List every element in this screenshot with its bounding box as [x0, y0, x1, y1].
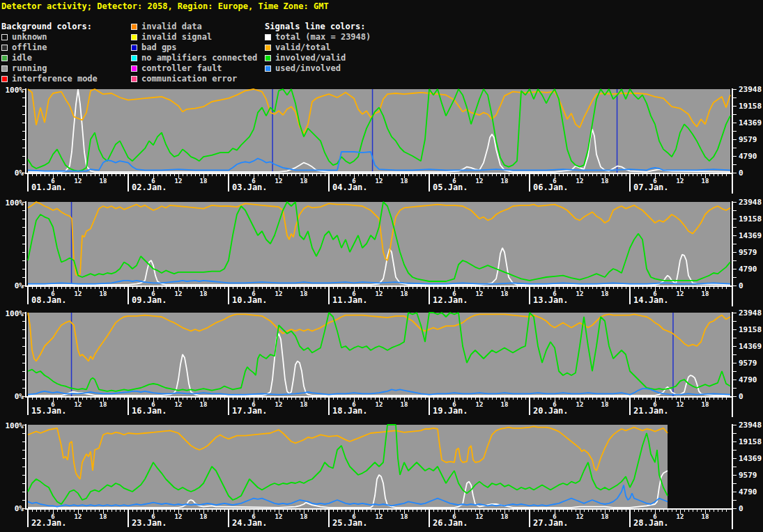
day-label: 21.Jan.: [633, 406, 669, 416]
day-tick: [629, 398, 631, 415]
svg-text:12: 12: [75, 178, 82, 185]
day-label: 18.Jan.: [332, 406, 368, 416]
day-label: 14.Jan.: [633, 295, 669, 305]
day-tick: [529, 174, 530, 191]
day-tick: [328, 287, 330, 304]
day-tick: [529, 398, 530, 415]
x-axis: [25, 285, 733, 287]
day-label: 03.Jan.: [232, 182, 268, 192]
svg-text:12: 12: [677, 513, 684, 520]
day-label: 01.Jan.: [31, 182, 67, 192]
day-label: 04.Jan.: [332, 182, 368, 192]
day-label: 02.Jan.: [132, 182, 167, 192]
day-tick: [228, 174, 229, 191]
day-tick: [529, 287, 530, 304]
svg-text:12: 12: [175, 178, 183, 185]
svg-text:12: 12: [576, 401, 584, 408]
day-tick: [629, 510, 631, 527]
y-right-label: 23948: [739, 308, 762, 318]
svg-text:12: 12: [376, 401, 383, 408]
y-right-label: 9579: [739, 135, 757, 144]
svg-text:18: 18: [300, 513, 308, 520]
plot-background: [28, 425, 668, 508]
svg-text:12: 12: [75, 290, 82, 297]
svg-text:12: 12: [275, 178, 283, 185]
svg-text:18: 18: [401, 290, 408, 297]
y-left-100-label: 100%: [6, 421, 24, 430]
y-right-label: 4790: [739, 487, 757, 496]
y-left-100-label: 100%: [6, 86, 24, 95]
chart-row-4: 100%0%6121861218612186121861218612186121…: [6, 421, 762, 529]
y-right-label: 9579: [739, 471, 757, 480]
svg-text:12: 12: [677, 178, 684, 185]
svg-text:18: 18: [401, 178, 408, 185]
svg-text:18: 18: [100, 513, 107, 520]
day-tick: [429, 398, 430, 415]
activity-charts: 100%0%6121861218612186121861218612186121…: [0, 0, 763, 532]
y-left-0-label: 0%: [15, 169, 24, 178]
svg-text:12: 12: [476, 290, 484, 297]
svg-text:18: 18: [200, 290, 208, 297]
y-right-label: 19158: [739, 214, 762, 224]
day-label: 05.Jan.: [433, 182, 468, 192]
chart-row-2: 100%0%6121861218612186121861218612186121…: [6, 198, 762, 306]
y-axis-left: [25, 424, 26, 510]
y-left-0-label: 0%: [15, 281, 24, 290]
day-label: 13.Jan.: [533, 295, 569, 305]
day-label: 06.Jan.: [533, 182, 569, 192]
svg-text:12: 12: [175, 513, 183, 520]
day-tick: [27, 510, 29, 527]
svg-text:12: 12: [576, 178, 584, 185]
y-left-100-label: 100%: [6, 309, 24, 318]
y-right-label: 0: [739, 392, 743, 401]
day-tick: [429, 287, 430, 304]
y-axis-right: [732, 201, 733, 306]
y-right-label: 4790: [739, 375, 757, 384]
svg-text:12: 12: [376, 513, 383, 520]
day-label: 27.Jan.: [533, 518, 569, 528]
day-label: 16.Jan.: [132, 406, 167, 416]
bad-gps-event-line: [617, 89, 618, 173]
day-tick: [128, 174, 129, 191]
day-tick: [429, 174, 430, 191]
svg-text:12: 12: [75, 513, 82, 520]
day-tick: [128, 398, 129, 415]
svg-text:12: 12: [576, 290, 584, 297]
svg-text:12: 12: [275, 290, 283, 297]
svg-text:18: 18: [702, 178, 709, 185]
svg-text:12: 12: [576, 513, 584, 520]
day-label: 25.Jan.: [332, 518, 368, 528]
day-label: 20.Jan.: [533, 406, 569, 416]
detector-activity-page: Detector activity; Detector: 2058, Regio…: [0, 0, 763, 532]
day-tick: [328, 398, 330, 415]
y-axis-left: [25, 88, 26, 174]
svg-text:18: 18: [601, 513, 609, 520]
y-right-label: 23948: [739, 85, 762, 94]
day-tick: [429, 510, 430, 527]
svg-text:18: 18: [100, 401, 107, 408]
svg-text:12: 12: [275, 401, 283, 408]
x-axis: [25, 396, 733, 398]
day-label: 08.Jan.: [31, 295, 67, 305]
y-right-label: 19158: [739, 437, 762, 446]
chart-row-3: 100%0%6121861218612186121861218612186121…: [6, 308, 762, 417]
svg-text:18: 18: [601, 178, 609, 185]
svg-text:12: 12: [275, 513, 283, 520]
day-label: 15.Jan.: [31, 406, 67, 416]
svg-text:12: 12: [677, 401, 684, 408]
svg-text:18: 18: [501, 513, 509, 520]
svg-text:12: 12: [476, 513, 484, 520]
day-label: 10.Jan.: [232, 295, 268, 305]
y-right-label: 14369: [739, 118, 762, 127]
y-axis-right: [732, 88, 733, 194]
y-right-label: 0: [739, 169, 743, 178]
y-axis-right: [732, 424, 733, 529]
day-tick: [27, 287, 29, 304]
bad-gps-event-line: [272, 89, 273, 173]
svg-text:12: 12: [476, 178, 484, 185]
y-axis-left: [25, 201, 26, 287]
bad-gps-event-line: [71, 202, 72, 285]
day-tick: [629, 287, 631, 304]
y-right-label: 14369: [739, 454, 762, 463]
day-label: 19.Jan.: [433, 406, 468, 416]
